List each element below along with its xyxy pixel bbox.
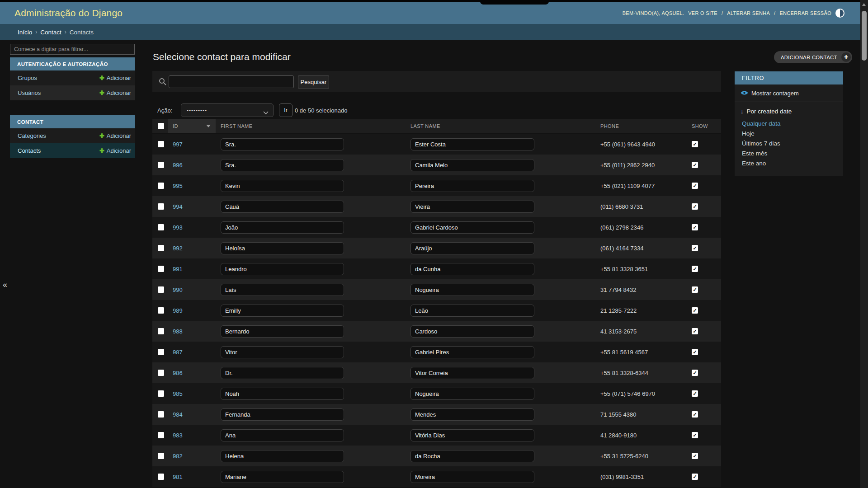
row-select-checkbox[interactable] [158, 203, 164, 210]
row-select-checkbox[interactable] [158, 162, 164, 168]
last-name-input[interactable] [410, 388, 534, 400]
scrollbar-thumb[interactable] [862, 11, 867, 61]
sidebar-collapse-button[interactable]: « [3, 280, 7, 290]
row-id-link[interactable]: 993 [173, 224, 183, 231]
row-select-checkbox[interactable] [158, 183, 164, 189]
sidebar-item-link[interactable]: Grupos [18, 75, 37, 81]
row-id-link[interactable]: 984 [173, 411, 183, 418]
first-name-input[interactable] [221, 138, 344, 150]
logout-link[interactable]: ENCERRAR SESSÃO [779, 10, 831, 16]
row-show-checkbox[interactable]: ✓ [692, 266, 698, 272]
sidebar-item-link[interactable]: Categories [18, 132, 46, 139]
show-count-toggle[interactable]: Mostrar contagem [735, 84, 843, 102]
row-show-checkbox[interactable]: ✓ [692, 141, 698, 147]
last-name-input[interactable] [410, 221, 534, 234]
row-show-checkbox[interactable]: ✓ [692, 162, 698, 168]
sort-desc-icon[interactable] [206, 125, 211, 127]
column-header-first-name[interactable]: FIRST NAME [216, 119, 407, 133]
last-name-input[interactable] [410, 180, 534, 192]
row-id-link[interactable]: 986 [173, 370, 183, 376]
row-id-link[interactable]: 989 [173, 307, 183, 314]
first-name-input[interactable] [221, 263, 344, 275]
view-site-link[interactable]: VER O SITE [688, 10, 717, 16]
row-show-checkbox[interactable]: ✓ [692, 474, 698, 480]
last-name-input[interactable] [410, 242, 534, 254]
breadcrumb-home[interactable]: Início [18, 29, 32, 36]
row-show-checkbox[interactable]: ✓ [692, 203, 698, 210]
column-header-id[interactable]: ID [168, 119, 216, 133]
filter-option[interactable]: Qualquer data [742, 119, 843, 129]
first-name-input[interactable] [221, 159, 344, 171]
row-id-link[interactable]: 981 [173, 474, 183, 480]
first-name-input[interactable] [221, 284, 344, 296]
first-name-input[interactable] [221, 429, 344, 441]
last-name-input[interactable] [410, 450, 534, 462]
scroll-up-arrow[interactable] [862, 3, 866, 6]
search-button[interactable]: Pesquisar [298, 75, 329, 89]
row-id-link[interactable]: 994 [173, 203, 183, 210]
filter-option[interactable]: Este mês [742, 149, 843, 159]
filter-option[interactable]: Últimos 7 dias [742, 139, 843, 149]
sidebar-add-link[interactable]: ✚ Adicionar [99, 147, 131, 154]
column-header-phone[interactable]: PHONE [599, 119, 688, 133]
filter-option[interactable]: Hoje [742, 129, 843, 139]
row-id-link[interactable]: 982 [173, 453, 183, 460]
add-contact-button[interactable]: ADICIONAR CONTACT ✚ [774, 51, 852, 63]
last-name-input[interactable] [410, 263, 534, 275]
last-name-input[interactable] [410, 325, 534, 338]
first-name-input[interactable] [221, 450, 344, 462]
sidebar-add-link[interactable]: ✚ Adicionar [99, 132, 131, 139]
row-show-checkbox[interactable]: ✓ [692, 349, 698, 355]
first-name-input[interactable] [221, 305, 344, 317]
site-title[interactable]: Administração do Django [14, 8, 123, 19]
row-select-checkbox[interactable] [158, 370, 164, 376]
row-show-checkbox[interactable]: ✓ [692, 453, 698, 459]
column-header-last-name[interactable]: LAST NAME [407, 119, 599, 133]
theme-toggle-icon[interactable] [835, 9, 844, 18]
row-id-link[interactable]: 997 [173, 141, 183, 148]
first-name-input[interactable] [221, 325, 344, 338]
row-id-link[interactable]: 995 [173, 183, 183, 189]
search-input[interactable] [169, 75, 294, 88]
row-show-checkbox[interactable]: ✓ [692, 307, 698, 314]
first-name-input[interactable] [221, 367, 344, 379]
row-show-checkbox[interactable]: ✓ [692, 411, 698, 418]
row-select-checkbox[interactable] [158, 474, 164, 480]
first-name-input[interactable] [221, 408, 344, 421]
row-id-link[interactable]: 990 [173, 286, 183, 293]
row-select-checkbox[interactable] [158, 266, 164, 272]
last-name-input[interactable] [410, 408, 534, 421]
first-name-input[interactable] [221, 388, 344, 400]
first-name-input[interactable] [221, 221, 344, 234]
row-select-checkbox[interactable] [158, 286, 164, 293]
sidebar-item-link[interactable]: Contacts [18, 147, 41, 154]
first-name-input[interactable] [221, 471, 344, 483]
breadcrumb-app[interactable]: Contact [40, 29, 61, 36]
first-name-input[interactable] [221, 242, 344, 254]
row-show-checkbox[interactable]: ✓ [692, 183, 698, 189]
first-name-input[interactable] [221, 201, 344, 213]
row-select-checkbox[interactable] [158, 453, 164, 459]
row-show-checkbox[interactable]: ✓ [692, 370, 698, 376]
row-select-checkbox[interactable] [158, 307, 164, 314]
row-id-link[interactable]: 992 [173, 245, 183, 252]
row-show-checkbox[interactable]: ✓ [692, 224, 698, 230]
row-id-link[interactable]: 983 [173, 432, 183, 439]
row-id-link[interactable]: 987 [173, 349, 183, 356]
row-select-checkbox[interactable] [158, 349, 164, 355]
row-select-checkbox[interactable] [158, 141, 164, 147]
row-select-checkbox[interactable] [158, 390, 164, 397]
row-id-link[interactable]: 991 [173, 266, 183, 272]
last-name-input[interactable] [410, 201, 534, 213]
row-id-link[interactable]: 988 [173, 328, 183, 335]
first-name-input[interactable] [221, 346, 344, 358]
go-button[interactable]: Ir [279, 103, 292, 117]
row-id-link[interactable]: 985 [173, 390, 183, 397]
last-name-input[interactable] [410, 159, 534, 171]
first-name-input[interactable] [221, 180, 344, 192]
change-password-link[interactable]: ALTERAR SENHA [727, 10, 770, 16]
last-name-input[interactable] [410, 305, 534, 317]
last-name-input[interactable] [410, 138, 534, 150]
row-show-checkbox[interactable]: ✓ [692, 286, 698, 293]
row-show-checkbox[interactable]: ✓ [692, 328, 698, 334]
